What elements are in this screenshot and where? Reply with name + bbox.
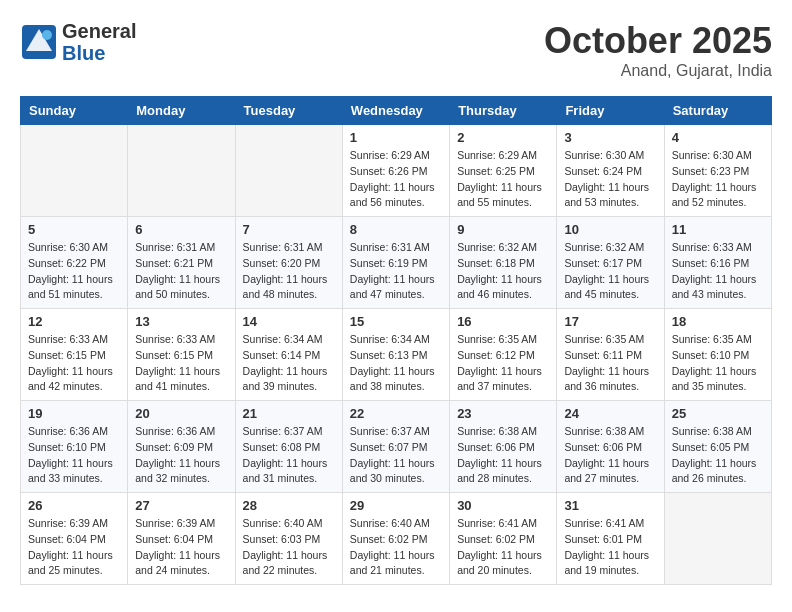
day-number: 24 <box>564 406 656 421</box>
day-number: 6 <box>135 222 227 237</box>
calendar-cell: 4Sunrise: 6:30 AMSunset: 6:23 PMDaylight… <box>664 125 771 217</box>
day-info: Sunrise: 6:35 AMSunset: 6:12 PMDaylight:… <box>457 332 549 395</box>
day-number: 22 <box>350 406 442 421</box>
day-info: Sunrise: 6:39 AMSunset: 6:04 PMDaylight:… <box>135 516 227 579</box>
day-number: 16 <box>457 314 549 329</box>
calendar-table: SundayMondayTuesdayWednesdayThursdayFrid… <box>20 96 772 585</box>
day-number: 23 <box>457 406 549 421</box>
day-number: 15 <box>350 314 442 329</box>
calendar-cell: 22Sunrise: 6:37 AMSunset: 6:07 PMDayligh… <box>342 401 449 493</box>
calendar-cell: 9Sunrise: 6:32 AMSunset: 6:18 PMDaylight… <box>450 217 557 309</box>
title-block: October 2025 Anand, Gujarat, India <box>544 20 772 80</box>
day-number: 31 <box>564 498 656 513</box>
calendar-cell: 23Sunrise: 6:38 AMSunset: 6:06 PMDayligh… <box>450 401 557 493</box>
day-number: 2 <box>457 130 549 145</box>
calendar-cell: 20Sunrise: 6:36 AMSunset: 6:09 PMDayligh… <box>128 401 235 493</box>
calendar-header-monday: Monday <box>128 97 235 125</box>
day-number: 4 <box>672 130 764 145</box>
svg-point-2 <box>42 30 52 40</box>
day-number: 17 <box>564 314 656 329</box>
day-number: 27 <box>135 498 227 513</box>
calendar-cell: 14Sunrise: 6:34 AMSunset: 6:14 PMDayligh… <box>235 309 342 401</box>
calendar-cell: 12Sunrise: 6:33 AMSunset: 6:15 PMDayligh… <box>21 309 128 401</box>
logo-icon <box>20 23 58 61</box>
day-info: Sunrise: 6:34 AMSunset: 6:14 PMDaylight:… <box>243 332 335 395</box>
day-info: Sunrise: 6:34 AMSunset: 6:13 PMDaylight:… <box>350 332 442 395</box>
logo-line1: General​ Blue <box>20 20 136 64</box>
calendar-cell: 25Sunrise: 6:38 AMSunset: 6:05 PMDayligh… <box>664 401 771 493</box>
day-info: Sunrise: 6:37 AMSunset: 6:08 PMDaylight:… <box>243 424 335 487</box>
day-number: 13 <box>135 314 227 329</box>
calendar-cell: 11Sunrise: 6:33 AMSunset: 6:16 PMDayligh… <box>664 217 771 309</box>
calendar-header-saturday: Saturday <box>664 97 771 125</box>
calendar-cell: 1Sunrise: 6:29 AMSunset: 6:26 PMDaylight… <box>342 125 449 217</box>
calendar-cell: 24Sunrise: 6:38 AMSunset: 6:06 PMDayligh… <box>557 401 664 493</box>
day-number: 14 <box>243 314 335 329</box>
day-number: 18 <box>672 314 764 329</box>
day-info: Sunrise: 6:37 AMSunset: 6:07 PMDaylight:… <box>350 424 442 487</box>
calendar-cell: 17Sunrise: 6:35 AMSunset: 6:11 PMDayligh… <box>557 309 664 401</box>
day-info: Sunrise: 6:36 AMSunset: 6:09 PMDaylight:… <box>135 424 227 487</box>
day-info: Sunrise: 6:41 AMSunset: 6:02 PMDaylight:… <box>457 516 549 579</box>
calendar-cell: 27Sunrise: 6:39 AMSunset: 6:04 PMDayligh… <box>128 493 235 585</box>
calendar-cell: 6Sunrise: 6:31 AMSunset: 6:21 PMDaylight… <box>128 217 235 309</box>
day-info: Sunrise: 6:30 AMSunset: 6:23 PMDaylight:… <box>672 148 764 211</box>
page-header: General​ Blue October 2025 Anand, Gujara… <box>20 20 772 80</box>
day-number: 29 <box>350 498 442 513</box>
day-info: Sunrise: 6:33 AMSunset: 6:15 PMDaylight:… <box>135 332 227 395</box>
calendar-cell: 13Sunrise: 6:33 AMSunset: 6:15 PMDayligh… <box>128 309 235 401</box>
calendar-week-4: 19Sunrise: 6:36 AMSunset: 6:10 PMDayligh… <box>21 401 772 493</box>
day-info: Sunrise: 6:35 AMSunset: 6:11 PMDaylight:… <box>564 332 656 395</box>
day-number: 25 <box>672 406 764 421</box>
day-info: Sunrise: 6:36 AMSunset: 6:10 PMDaylight:… <box>28 424 120 487</box>
day-info: Sunrise: 6:40 AMSunset: 6:02 PMDaylight:… <box>350 516 442 579</box>
calendar-header-thursday: Thursday <box>450 97 557 125</box>
day-info: Sunrise: 6:31 AMSunset: 6:19 PMDaylight:… <box>350 240 442 303</box>
day-number: 30 <box>457 498 549 513</box>
calendar-cell: 15Sunrise: 6:34 AMSunset: 6:13 PMDayligh… <box>342 309 449 401</box>
calendar-cell: 28Sunrise: 6:40 AMSunset: 6:03 PMDayligh… <box>235 493 342 585</box>
calendar-cell: 19Sunrise: 6:36 AMSunset: 6:10 PMDayligh… <box>21 401 128 493</box>
day-info: Sunrise: 6:29 AMSunset: 6:26 PMDaylight:… <box>350 148 442 211</box>
day-number: 28 <box>243 498 335 513</box>
day-number: 3 <box>564 130 656 145</box>
calendar-cell: 5Sunrise: 6:30 AMSunset: 6:22 PMDaylight… <box>21 217 128 309</box>
calendar-header-sunday: Sunday <box>21 97 128 125</box>
day-number: 20 <box>135 406 227 421</box>
day-info: Sunrise: 6:41 AMSunset: 6:01 PMDaylight:… <box>564 516 656 579</box>
day-number: 5 <box>28 222 120 237</box>
logo: General​ Blue <box>20 20 136 64</box>
calendar-cell <box>128 125 235 217</box>
day-info: Sunrise: 6:31 AMSunset: 6:21 PMDaylight:… <box>135 240 227 303</box>
logo-blue: Blue <box>62 42 136 64</box>
calendar-cell: 2Sunrise: 6:29 AMSunset: 6:25 PMDaylight… <box>450 125 557 217</box>
calendar-cell: 26Sunrise: 6:39 AMSunset: 6:04 PMDayligh… <box>21 493 128 585</box>
day-number: 26 <box>28 498 120 513</box>
calendar-header-row: SundayMondayTuesdayWednesdayThursdayFrid… <box>21 97 772 125</box>
day-info: Sunrise: 6:29 AMSunset: 6:25 PMDaylight:… <box>457 148 549 211</box>
calendar-cell: 7Sunrise: 6:31 AMSunset: 6:20 PMDaylight… <box>235 217 342 309</box>
calendar-header-friday: Friday <box>557 97 664 125</box>
day-info: Sunrise: 6:32 AMSunset: 6:17 PMDaylight:… <box>564 240 656 303</box>
day-info: Sunrise: 6:35 AMSunset: 6:10 PMDaylight:… <box>672 332 764 395</box>
calendar-cell: 10Sunrise: 6:32 AMSunset: 6:17 PMDayligh… <box>557 217 664 309</box>
calendar-cell: 29Sunrise: 6:40 AMSunset: 6:02 PMDayligh… <box>342 493 449 585</box>
calendar-cell <box>235 125 342 217</box>
day-info: Sunrise: 6:33 AMSunset: 6:15 PMDaylight:… <box>28 332 120 395</box>
day-info: Sunrise: 6:39 AMSunset: 6:04 PMDaylight:… <box>28 516 120 579</box>
day-number: 1 <box>350 130 442 145</box>
day-number: 10 <box>564 222 656 237</box>
day-number: 9 <box>457 222 549 237</box>
day-number: 19 <box>28 406 120 421</box>
day-info: Sunrise: 6:30 AMSunset: 6:24 PMDaylight:… <box>564 148 656 211</box>
day-number: 21 <box>243 406 335 421</box>
day-number: 11 <box>672 222 764 237</box>
day-number: 7 <box>243 222 335 237</box>
calendar-cell: 31Sunrise: 6:41 AMSunset: 6:01 PMDayligh… <box>557 493 664 585</box>
calendar-cell <box>664 493 771 585</box>
calendar-cell: 18Sunrise: 6:35 AMSunset: 6:10 PMDayligh… <box>664 309 771 401</box>
calendar-body: 1Sunrise: 6:29 AMSunset: 6:26 PMDaylight… <box>21 125 772 585</box>
calendar-week-2: 5Sunrise: 6:30 AMSunset: 6:22 PMDaylight… <box>21 217 772 309</box>
day-number: 12 <box>28 314 120 329</box>
calendar-header-tuesday: Tuesday <box>235 97 342 125</box>
